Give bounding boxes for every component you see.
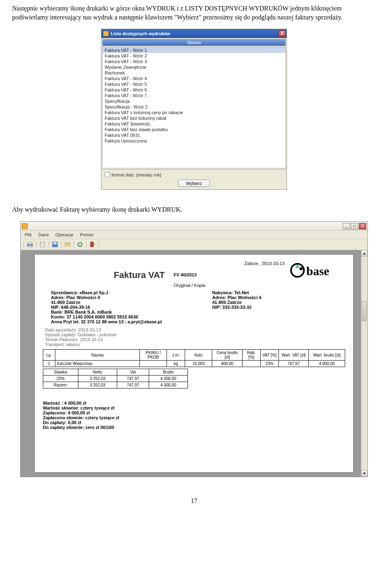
printouts-list[interactable]: Faktura VAT - Wzór 1 Faktura VAT - Wzór …	[102, 47, 286, 168]
list-item[interactable]: Faktura VAT 3xwartość	[103, 121, 285, 127]
close-button[interactable]: X	[359, 223, 366, 229]
list-item[interactable]: Faktura VAT z kolumną ceny po rabacie	[103, 110, 285, 115]
choose-button[interactable]: Wybierz	[178, 180, 210, 187]
menu-pomoc[interactable]: Pomoc	[80, 232, 94, 237]
scroll-up-icon[interactable]: ▲	[361, 250, 367, 257]
std: 3 252,03	[78, 382, 117, 388]
td-rab	[242, 361, 260, 367]
sth-brutto: Brutto	[149, 369, 188, 376]
original-copy: Oryginał / Kopia	[174, 283, 285, 288]
summary-table: Stawka Netto Vat Brutto 23% 3 252,03 747…	[43, 369, 188, 388]
refresh-icon[interactable]	[76, 240, 84, 248]
list-item[interactable]: Faktura VAT bez stawki podatku	[103, 127, 285, 132]
buyer-addr2: 41-800 Zabrze	[212, 300, 242, 305]
list-item[interactable]: Faktura VAT - Wzór 1	[103, 47, 285, 53]
list-item[interactable]: Faktura VAT - Wzór 5	[103, 81, 285, 87]
scrollbar-track[interactable]	[361, 257, 367, 470]
print-preview-window: _ □ X Plik Dane Operacje Pomoc	[20, 221, 368, 477]
invoice-page: Faktura VAT Zabrze , 2013-10-13 FV 40/20…	[34, 254, 354, 473]
invoice-title: Faktura VAT	[114, 270, 164, 280]
td-wvat: 747,97	[278, 361, 309, 367]
seller-name: Sprzedawca: xBase.pl Sp.J	[51, 290, 108, 295]
list-item[interactable]: Specyfikacja	[103, 98, 285, 104]
th-lp: Lp.	[43, 350, 55, 361]
seller-addr2: 41-800 Zabrze	[51, 300, 80, 305]
list-item[interactable]: Faktura VAT bez kolumny rabat	[103, 115, 285, 121]
td-pkwiu	[140, 361, 167, 367]
date-format-checkbox[interactable]	[105, 172, 110, 177]
scroll-down-icon[interactable]: ▼	[361, 470, 367, 477]
th-vat: VAT [%]	[260, 350, 278, 361]
std: 4 000,00	[149, 376, 188, 382]
td-vat: 23%	[260, 361, 278, 367]
scrollbar-thumb[interactable]	[362, 301, 367, 321]
dialog-titlebar[interactable]: Lista dostępnych wydruków X	[101, 29, 287, 38]
seller-nip: NIP: 648-264-39-16	[51, 305, 90, 310]
sth-vat: Vat	[117, 369, 149, 376]
list-item[interactable]: Faktura VAT - Wzór 4	[103, 76, 285, 81]
menu-operacje[interactable]: Operacje	[55, 232, 74, 237]
preview-titlebar[interactable]: _ □ X	[21, 222, 367, 231]
th-nazwa: Nazwa	[55, 350, 139, 361]
totals-block: Wartość : 4 000,00 zł Wartość słownie: c…	[43, 401, 345, 430]
list-item[interactable]: Faktura VAT - Wzór 7	[103, 93, 285, 98]
total-zaplacono-sl: Zapłacono słownie: cztery tysiące zł	[43, 415, 119, 420]
list-item[interactable]: Faktura Uproszczona	[103, 138, 285, 144]
buyer-name: Nabywca: Tel-Net	[212, 290, 249, 295]
list-item[interactable]: Faktura VAT - Wzór 2	[103, 53, 285, 59]
buyer-addr1: Adres: Plac Wolności 4	[212, 295, 261, 300]
items-table: Lp. Nazwa PKWiU / PKOB J.m. Ilość Cena b…	[43, 349, 345, 367]
seller-konto: Konto: 37 1140 2004 0000 3802 5915 6630	[51, 314, 138, 319]
exit-icon[interactable]	[89, 240, 97, 248]
minimize-button[interactable]: _	[343, 223, 350, 229]
menubar[interactable]: Plik Dane Operacje Pomoc	[21, 231, 367, 239]
save-icon[interactable]	[51, 240, 59, 248]
std: 4 000,00	[149, 382, 188, 388]
std: 747,97	[117, 382, 149, 388]
close-icon[interactable]: X	[278, 30, 286, 37]
page-number: 17	[12, 497, 376, 505]
date-format-checkbox-row[interactable]: format daty: [miesiąc rok]	[105, 172, 283, 177]
table-row: 23% 3 252,03 747,97 4 000,00	[43, 376, 188, 382]
svg-rect-7	[53, 242, 57, 244]
dialog-title: Lista dostępnych wydruków	[111, 31, 278, 36]
list-item[interactable]: Wydanie Zewnętrzne	[103, 64, 285, 70]
td-wbrutto: 4 000,00	[309, 361, 345, 367]
seller-addr1: Adres: Plac Wolności 4	[51, 295, 100, 300]
th-jm: J.m.	[167, 350, 185, 361]
column-header[interactable]: Nazwa	[102, 39, 286, 46]
svg-rect-4	[41, 243, 44, 244]
td-nazwa: Karczek Wieprzowy	[55, 361, 139, 367]
svg-point-13	[296, 265, 299, 268]
total-wartosc: Wartość : 4 000,00 zł	[43, 401, 86, 405]
list-item[interactable]: Specyfikacja - Wzór 2	[103, 104, 285, 110]
sth-stawka: Stawka	[43, 369, 78, 376]
svg-rect-10	[91, 242, 93, 247]
std: 23%	[43, 376, 78, 382]
std: 3 252,03	[78, 376, 117, 382]
svg-marker-11	[93, 244, 95, 245]
list-item[interactable]: Faktura VAT - Wzór 6	[103, 87, 285, 93]
std: Razem:	[43, 382, 78, 388]
sth-netto: Netto	[78, 369, 117, 376]
svg-text:base: base	[306, 264, 329, 278]
list-item[interactable]: Faktura VAT - Wzór 3	[103, 59, 285, 64]
th-ilosc: Ilość	[185, 350, 212, 361]
maximize-button[interactable]: □	[351, 223, 358, 229]
table-row: Razem: 3 252,03 747,97 4 000,00	[43, 382, 188, 388]
th-wbrutto: Wart. brutto [zł]	[309, 350, 345, 361]
list-item[interactable]: Rachunek	[103, 70, 285, 76]
page-icon[interactable]	[38, 240, 46, 248]
menu-dane[interactable]: Dane	[38, 232, 49, 237]
app-icon	[103, 31, 109, 36]
intro-paragraph: Następnie wybieramy ikonę drukarki w gór…	[12, 4, 376, 21]
list-item[interactable]: Faktura VAT (fir3);	[103, 132, 285, 138]
print-icon[interactable]	[26, 240, 34, 248]
invoice-number: FV 40/2013	[174, 272, 285, 277]
vertical-scrollbar[interactable]: ▲ ▼	[361, 250, 367, 477]
menu-plik[interactable]: Plik	[25, 232, 32, 237]
td-lp: 1	[43, 361, 55, 367]
table-row: 1 Karczek Wieprzowy kg 10,000 400,00 23%…	[43, 361, 345, 367]
email-icon[interactable]	[63, 240, 72, 248]
meta-termin: Termin Płatności: 2013-10-13	[45, 337, 345, 342]
